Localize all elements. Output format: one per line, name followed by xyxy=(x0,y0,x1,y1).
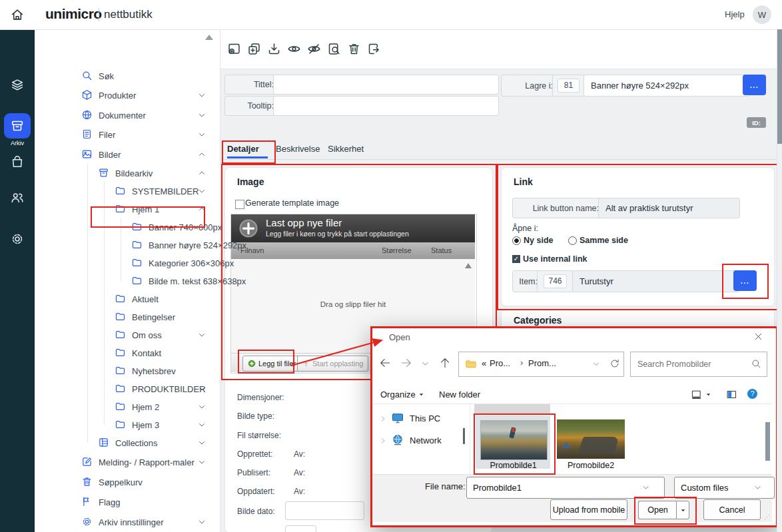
breadcrumb-item[interactable]: Pro... xyxy=(490,358,510,368)
view-mode-icon[interactable] xyxy=(691,389,702,400)
nav-item-collections[interactable]: Collections xyxy=(35,434,220,451)
tree-network[interactable]: Network xyxy=(410,435,442,445)
chevron-up-icon[interactable] xyxy=(197,150,206,159)
dialog-scrollbar[interactable] xyxy=(765,422,770,461)
address-bar[interactable]: « Pro... › Prom... xyxy=(458,352,624,377)
open-button[interactable]: Open xyxy=(638,501,677,519)
file-thumbnail-promobilde1[interactable] xyxy=(480,420,548,460)
nav-item-om-oss[interactable]: Om oss xyxy=(35,326,220,344)
forward-icon[interactable] xyxy=(400,356,413,370)
help-link[interactable]: Hjelp xyxy=(725,9,745,19)
chevron-down-icon[interactable] xyxy=(197,384,206,394)
nav-item-bilder[interactable]: Bilder xyxy=(35,146,220,163)
chevron-down-icon[interactable] xyxy=(197,457,206,467)
avatar[interactable]: W xyxy=(753,5,771,24)
upload-from-mobile-button[interactable]: Upload from mobile xyxy=(550,499,627,520)
preview-search-icon[interactable] xyxy=(327,42,341,56)
search-box[interactable] xyxy=(630,352,767,377)
expander-icon[interactable] xyxy=(379,415,387,423)
add-image-icon[interactable] xyxy=(227,42,241,56)
nav-scroll-up-icon[interactable] xyxy=(205,35,213,40)
nav-item-sok[interactable]: Søk xyxy=(35,67,220,85)
move-out-icon[interactable] xyxy=(367,42,381,56)
chevron-down-icon[interactable] xyxy=(197,438,206,447)
nav-item-aktuelt[interactable]: Aktuelt xyxy=(35,290,220,308)
radio-ny-side[interactable] xyxy=(512,236,521,245)
home-button[interactable] xyxy=(0,0,35,29)
nav-item-hjem-1[interactable]: Hjem 1 xyxy=(35,200,220,218)
browse-item-button[interactable]: ... xyxy=(733,270,757,291)
back-icon[interactable] xyxy=(378,356,392,370)
nav-item-banner-hoyre-524-292px[interactable]: Banner høyre 524×292px xyxy=(35,236,220,254)
open-button-split[interactable] xyxy=(676,501,689,519)
save-in-input[interactable]: Banner høyre 524×292px xyxy=(584,75,751,97)
partial-input[interactable] xyxy=(285,525,316,532)
expander-icon[interactable] xyxy=(379,437,387,445)
address-dropdown-icon[interactable] xyxy=(592,360,600,368)
nav-item-produkter[interactable]: Produkter xyxy=(35,87,220,104)
nav-item-hjem-2[interactable]: Hjem 2 xyxy=(35,398,220,415)
resize-grip[interactable]: ⋰ xyxy=(764,515,769,520)
nav-item-bilde-m-tekst-638-638px[interactable]: Bilde m. tekst 638×638px xyxy=(35,272,220,290)
tooltip-input[interactable] xyxy=(273,96,499,116)
link-name-field[interactable]: Alt av praktisk turutstyr xyxy=(598,198,740,218)
preview-pane-icon[interactable] xyxy=(726,389,737,400)
pane-resize-handle[interactable] xyxy=(463,428,465,444)
bilde-dato-input[interactable] xyxy=(285,501,364,520)
chevron-down-icon[interactable] xyxy=(197,402,206,411)
tab-detaljer[interactable]: Detaljer xyxy=(227,144,259,154)
tree-this-pc[interactable]: This PC xyxy=(410,413,440,423)
breadcrumb-item[interactable]: Prom... xyxy=(528,358,556,368)
item-field[interactable]: Turutstyr xyxy=(572,270,739,292)
nav-item-dokumenter[interactable]: Dokumenter xyxy=(35,107,220,124)
organize-button[interactable]: Organize xyxy=(380,390,425,399)
add-files-button[interactable]: Legg til filer xyxy=(242,356,301,372)
chevron-down-icon[interactable] xyxy=(197,111,206,120)
start-upload-button[interactable]: Start opplasting xyxy=(297,356,368,372)
chevron-down-icon[interactable] xyxy=(197,517,206,527)
users-icon[interactable] xyxy=(10,190,25,205)
archive-rail-button[interactable] xyxy=(4,113,31,138)
download-icon[interactable] xyxy=(267,42,281,56)
chevron-up-icon[interactable] xyxy=(197,168,206,178)
nav-item-kategorier-306-306px[interactable]: Kategorier 306×306px xyxy=(35,254,220,272)
tab-beskrivelse[interactable]: Beskrivelse xyxy=(276,144,320,154)
recent-locations-icon[interactable] xyxy=(421,360,430,368)
file-label-promobilde2[interactable]: Promobilde2 xyxy=(557,461,625,470)
nav-item-nyhetsbrev[interactable]: Nyhetsbrev xyxy=(35,362,220,380)
file-label-promobilde1[interactable]: Promobilde1 xyxy=(480,461,546,470)
chevron-down-icon[interactable] xyxy=(197,130,206,139)
layers-icon[interactable] xyxy=(10,77,25,92)
nav-item-flagg[interactable]: Flagg xyxy=(35,493,220,511)
nav-item-systembilder[interactable]: SYSTEMBILDER xyxy=(35,182,220,200)
help-icon[interactable]: ? xyxy=(746,388,759,400)
internal-link-checkbox[interactable]: ✓ xyxy=(512,255,520,263)
chevron-down-icon[interactable] xyxy=(197,420,206,429)
nav-item-hjem-3[interactable]: Hjem 3 xyxy=(35,416,220,433)
new-folder-button[interactable]: New folder xyxy=(439,390,480,399)
radio-samme-side[interactable] xyxy=(568,236,577,245)
file-thumbnail-promobilde2[interactable] xyxy=(557,419,625,459)
trash-icon[interactable] xyxy=(347,42,361,56)
up-icon[interactable] xyxy=(438,356,452,370)
file-type-select[interactable]: Custom files xyxy=(674,477,775,499)
nav-item-soppelkurv[interactable]: Søppelkurv xyxy=(35,473,220,491)
nav-item-melding-rapport-maler[interactable]: Melding- / Rapport-maler xyxy=(35,453,220,471)
eye-off-icon[interactable] xyxy=(307,42,321,56)
duplicate-icon[interactable] xyxy=(247,42,261,56)
file-name-combobox[interactable]: Promobilde1 xyxy=(466,477,665,499)
nav-item-betingelser[interactable]: Betingelser xyxy=(35,308,220,326)
nav-item-banner-740-600px[interactable]: Banner 740×600px xyxy=(35,218,220,236)
cancel-button[interactable]: Cancel xyxy=(703,499,761,520)
chevron-down-icon[interactable] xyxy=(197,186,206,196)
nav-item-produktbilder[interactable]: PRODUKTBILDER xyxy=(35,380,220,398)
generate-template-checkbox[interactable] xyxy=(235,200,244,209)
nav-item-kontakt[interactable]: Kontakt xyxy=(35,344,220,362)
view-mode-caret-icon[interactable] xyxy=(705,391,712,398)
settings-icon[interactable] xyxy=(10,232,25,246)
chevron-down-icon[interactable] xyxy=(197,330,206,340)
tittel-input[interactable] xyxy=(273,75,499,95)
refresh-icon[interactable] xyxy=(609,358,620,369)
nav-item-arkiv-innstillinger[interactable]: Arkiv innstillinger xyxy=(35,513,220,531)
search-input[interactable] xyxy=(636,357,745,372)
